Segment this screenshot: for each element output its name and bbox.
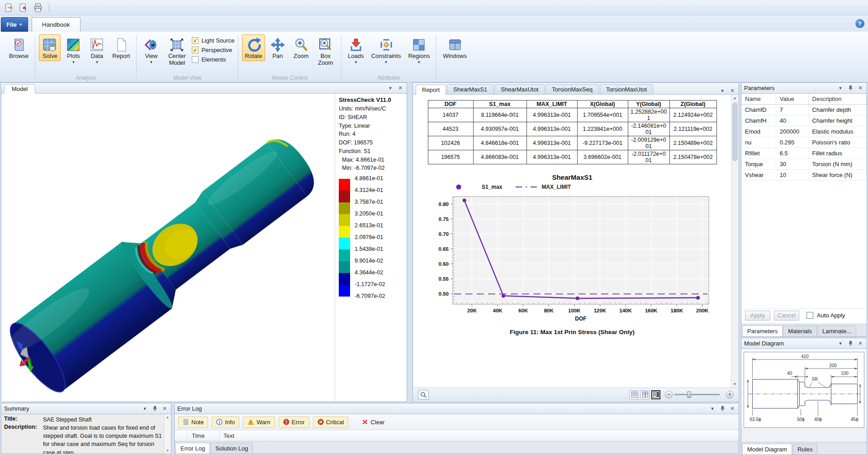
pan-button[interactable]: Pan	[267, 34, 289, 61]
report-table-row[interactable]: 1965754.866083e-0014.996313e-0013.696602…	[428, 150, 716, 164]
report-table-row[interactable]: 1024264.846618e-0014.996313e-001-9.22717…	[428, 136, 716, 150]
report-tab-shearmaxutot[interactable]: ShearMaxUtot	[494, 84, 545, 94]
report-tab-report[interactable]: Report	[416, 85, 446, 95]
pin-icon[interactable]	[151, 405, 158, 412]
print-icon[interactable]	[33, 2, 43, 13]
parameter-value[interactable]: 7	[776, 105, 808, 115]
find-button[interactable]	[418, 390, 429, 400]
view-button[interactable]: View ▼	[140, 34, 162, 66]
zoom-in-button[interactable]: +	[726, 391, 734, 398]
error-filter-button[interactable]: Error	[279, 417, 309, 428]
parameter-row[interactable]: ChamfD7Chamfer depth	[741, 105, 867, 115]
regions-button[interactable]: Regions ▼	[405, 34, 432, 66]
parameter-value[interactable]: 200000	[776, 126, 808, 137]
parameter-value[interactable]: 0.295	[776, 137, 808, 148]
report-document[interactable]: DOFS1_maxMAX_LIMITX(Global)Y(Global)Z(Gl…	[413, 95, 731, 388]
file-menu-button[interactable]: File ▼	[1, 17, 28, 32]
constraints-button[interactable]: Constraints ▼	[369, 34, 404, 66]
parameter-value[interactable]: 10	[776, 170, 808, 181]
browse-button[interactable]: Browse	[6, 34, 31, 61]
report-table-row[interactable]: 445234.930957e-0014.996313e-0011.223841e…	[428, 122, 716, 136]
panel-menu-icon[interactable]: ▾	[141, 405, 148, 412]
parameter-value[interactable]: 6.5	[776, 148, 808, 159]
close-icon[interactable]: ✕	[397, 85, 404, 92]
export-icon[interactable]	[18, 2, 29, 13]
report-tab-shearmaxs1[interactable]: ShearMaxS1	[447, 84, 493, 94]
tab-rules[interactable]: Rules	[792, 444, 817, 455]
close-icon[interactable]: ✕	[729, 405, 736, 412]
report-tab-torsionmaxseq[interactable]: TorsionMaxSeq	[545, 84, 599, 94]
tab-handbook[interactable]: Handbook	[32, 17, 81, 32]
panel-menu-icon[interactable]: ▾	[387, 85, 394, 92]
clear-button[interactable]: Clear	[357, 417, 389, 428]
column-header-text[interactable]: Text	[220, 432, 234, 439]
tab-solution-log[interactable]: Solution Log	[210, 443, 253, 454]
tab-model-diagram[interactable]: Model Diagram	[742, 444, 792, 455]
parameters-column-header[interactable]: Value	[776, 94, 808, 105]
model-3d-viewport[interactable]: StressCheck V11.0 Units: mm/N/sec/CID: S…	[1, 94, 407, 402]
report-table-row[interactable]: 140378.119664e-0014.996313e-0011.709554e…	[428, 108, 716, 122]
pin-icon[interactable]	[847, 340, 854, 347]
panel-menu-icon[interactable]: ▾	[837, 85, 844, 92]
tab-materials[interactable]: Materials	[783, 326, 817, 336]
zoom-slider[interactable]	[674, 394, 720, 395]
zoom-button[interactable]: Zoom	[290, 34, 312, 61]
warn-filter-button[interactable]: Warn	[243, 417, 275, 428]
pin-icon[interactable]	[719, 405, 726, 412]
summary-scrollbar[interactable]: ▲ ▼	[164, 414, 171, 454]
loads-button[interactable]: Loads ▼	[345, 34, 367, 66]
continuous-view-button[interactable]	[651, 390, 660, 399]
info-filter-button[interactable]: Info	[212, 417, 239, 428]
single-page-view-button[interactable]	[630, 390, 639, 399]
box-zoom-button[interactable]: Box Zoom	[314, 34, 337, 68]
zoom-out-button[interactable]: −	[665, 391, 673, 398]
pin-icon[interactable]	[847, 85, 854, 92]
note-filter-button[interactable]: Note	[178, 417, 208, 428]
scrollbar-thumb[interactable]	[732, 102, 738, 161]
tab-error-log[interactable]: Error Log	[175, 443, 210, 454]
cancel-button[interactable]: Cancel	[774, 311, 799, 321]
parameter-row[interactable]: ChamfH40Chamfer height	[741, 115, 867, 126]
two-page-view-button[interactable]	[640, 390, 650, 399]
column-header-time[interactable]: Time	[187, 430, 220, 441]
scroll-down-icon[interactable]: ▼	[166, 449, 170, 453]
plots-button[interactable]: Plots ▼	[62, 34, 84, 66]
tab-laminate-[interactable]: Laminate...	[817, 326, 856, 336]
parameter-row[interactable]: Emod200000Elastic modulus	[741, 126, 867, 137]
panel-menu-icon[interactable]: ▾	[719, 87, 726, 94]
report-tab-torsionmaxutot[interactable]: TorsionMaxUtot	[600, 84, 653, 94]
parameters-column-header[interactable]: Name	[741, 94, 776, 105]
parameter-row[interactable]: Torque30Torsion (N mm)	[741, 159, 867, 170]
help-button[interactable]: ?	[855, 19, 864, 28]
rotate-button[interactable]: Rotate	[242, 34, 265, 61]
panel-menu-icon[interactable]: ▾	[709, 405, 716, 412]
windows-button[interactable]: Windows	[440, 34, 470, 61]
checkbox-elements[interactable]: Elements	[192, 56, 234, 63]
parameter-row[interactable]: Vshear10Shear force (N)	[741, 170, 867, 181]
report-scrollbar[interactable]: ▲ ▼	[731, 95, 738, 388]
close-icon[interactable]: ✕	[161, 405, 168, 412]
close-icon[interactable]: ✕	[729, 87, 736, 94]
solve-button[interactable]: Solve	[39, 34, 61, 61]
report-button[interactable]: Report	[109, 34, 133, 61]
model-panel-title[interactable]: Model	[4, 84, 35, 94]
panel-menu-icon[interactable]: ▾	[837, 340, 844, 347]
scroll-up-icon[interactable]: ▲	[733, 95, 737, 101]
import-icon[interactable]	[4, 2, 14, 13]
scroll-down-icon[interactable]: ▼	[733, 381, 737, 388]
checkbox-perspective[interactable]: ✓ Perspective	[192, 47, 234, 53]
zoom-slider-thumb[interactable]	[687, 391, 691, 398]
parameters-column-header[interactable]: Description	[808, 94, 866, 105]
parameter-row[interactable]: nu0.295Poisson's ratio	[741, 137, 867, 148]
critical-filter-button[interactable]: Critical	[313, 417, 349, 428]
apply-button[interactable]: Apply	[745, 311, 770, 321]
parameter-value[interactable]: 30	[776, 159, 808, 170]
tab-parameters[interactable]: Parameters	[742, 326, 783, 336]
auto-apply-checkbox[interactable]	[806, 312, 813, 319]
close-icon[interactable]: ✕	[857, 340, 864, 347]
parameter-value[interactable]: 40	[776, 115, 808, 126]
checkbox-light-source[interactable]: ✓ Light Source	[192, 37, 234, 44]
parameter-row[interactable]: Rfillet6.5Fillet radius	[741, 148, 867, 159]
close-icon[interactable]: ✕	[857, 85, 864, 92]
data-button[interactable]: Data ▼	[86, 34, 108, 66]
